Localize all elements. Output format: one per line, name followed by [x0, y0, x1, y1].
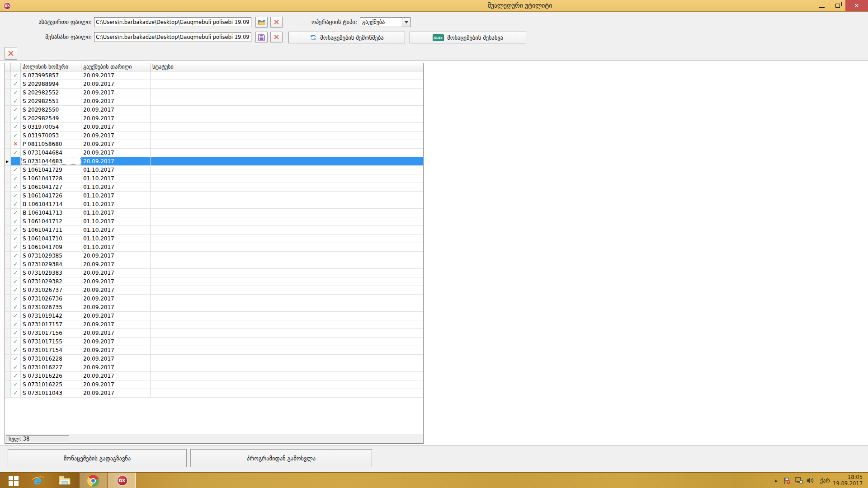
cancel-date-cell[interactable]: 20.09.2017: [81, 320, 151, 328]
table-row[interactable]: ✓ S 1061041709 01.10.2017: [5, 243, 423, 252]
table-row[interactable]: ✓ S 1061041729 01.10.2017: [5, 166, 423, 174]
status-cell[interactable]: [151, 226, 423, 234]
table-row[interactable]: ✓ S 202982549 20.09.2017: [5, 114, 423, 123]
network-icon[interactable]: [793, 473, 804, 488]
table-row[interactable]: ✓ S 0731016227 20.09.2017: [5, 363, 423, 372]
close-button[interactable]: ✕: [845, 0, 868, 11]
status-cell[interactable]: [151, 346, 423, 354]
status-cell[interactable]: [151, 71, 423, 80]
status-cell[interactable]: [151, 260, 423, 268]
status-cell[interactable]: [151, 269, 423, 277]
policy-number-cell[interactable]: S 0731016228: [21, 355, 81, 363]
status-cell[interactable]: [151, 252, 423, 260]
cancel-date-cell[interactable]: 20.09.2017: [81, 303, 151, 311]
status-cell[interactable]: [151, 286, 423, 294]
cancel-button[interactable]: ✕: [5, 47, 17, 60]
status-cell[interactable]: [151, 355, 423, 363]
policy-number-cell[interactable]: S 0731017155: [21, 338, 81, 346]
action-center-flag-icon[interactable]: [782, 473, 792, 488]
taskbar-item-chrome[interactable]: [80, 473, 107, 488]
table-row[interactable]: ✓ S 0731016228 20.09.2017: [5, 355, 423, 363]
cancel-date-cell[interactable]: 20.09.2017: [81, 80, 151, 88]
table-row[interactable]: ✓ B 1061041713 01.10.2017: [5, 209, 423, 217]
status-cell[interactable]: [151, 277, 423, 286]
policy-number-cell[interactable]: S 031970054: [21, 123, 81, 131]
cancel-date-cell[interactable]: 20.09.2017: [81, 277, 151, 286]
header-policy-number[interactable]: პოლისის ნომერი: [21, 63, 81, 71]
cancel-date-cell[interactable]: 20.09.2017: [81, 338, 151, 346]
status-cell[interactable]: [151, 140, 423, 148]
cancel-date-cell[interactable]: 20.09.2017: [81, 140, 151, 148]
cancel-date-cell[interactable]: 20.09.2017: [81, 131, 151, 140]
table-row[interactable]: ✓ S 0731026737 20.09.2017: [5, 286, 423, 295]
save-data-button[interactable]: XLSX მონაცემების შენახვა: [410, 32, 526, 43]
status-cell[interactable]: [151, 209, 423, 217]
cancel-date-cell[interactable]: 20.09.2017: [81, 312, 151, 320]
status-cell[interactable]: [151, 192, 423, 200]
taskbar-item-file-explorer[interactable]: [54, 473, 75, 488]
load-file-input[interactable]: [94, 17, 251, 27]
status-cell[interactable]: [151, 295, 423, 303]
cancel-date-cell[interactable]: 01.10.2017: [81, 166, 151, 174]
policy-number-cell[interactable]: P 0811058680: [21, 140, 81, 148]
send-data-button[interactable]: მონაცემების გადაგზავნა: [8, 449, 187, 467]
policy-number-cell[interactable]: S 0731019142: [21, 312, 81, 320]
policy-number-cell[interactable]: S 0731029385: [21, 252, 81, 260]
table-row[interactable]: ✓ S 202988994 20.09.2017: [5, 80, 423, 89]
policy-number-cell[interactable]: S 202988994: [21, 80, 81, 88]
cancel-date-cell[interactable]: 20.09.2017: [81, 123, 151, 131]
header-cancel-date[interactable]: გაუქმების თარიღი: [81, 63, 151, 71]
policy-number-cell[interactable]: S 0731017157: [21, 320, 81, 328]
clear-save-file-button[interactable]: ✕: [270, 32, 283, 42]
policy-number-cell[interactable]: S 1061041712: [21, 217, 81, 225]
policy-number-cell[interactable]: S 0731016226: [21, 372, 81, 380]
status-cell[interactable]: [151, 338, 423, 346]
policy-number-cell[interactable]: S 202982551: [21, 97, 81, 105]
status-cell[interactable]: [151, 149, 423, 157]
status-cell[interactable]: [151, 174, 423, 183]
table-row[interactable]: ✓ S 0731029382 20.09.2017: [5, 277, 423, 286]
table-row[interactable]: ✓ S 202982550 20.09.2017: [5, 106, 423, 114]
taskbar-clock[interactable]: 18:05 19.09.2017: [827, 474, 863, 487]
status-cell[interactable]: [151, 89, 423, 97]
cancel-date-cell[interactable]: 01.10.2017: [81, 174, 151, 183]
table-row[interactable]: ✓ S 0731017157 20.09.2017: [5, 320, 423, 329]
status-cell[interactable]: [151, 243, 423, 251]
policy-number-cell[interactable]: S 202982549: [21, 114, 81, 122]
save-file-button[interactable]: [255, 32, 268, 42]
policy-number-cell[interactable]: S 0731044684: [21, 149, 81, 157]
status-cell[interactable]: [151, 235, 423, 243]
cancel-date-cell[interactable]: 01.10.2017: [81, 235, 151, 243]
policy-number-cell[interactable]: S 1061041729: [21, 166, 81, 174]
status-cell[interactable]: [151, 166, 423, 174]
cancel-date-cell[interactable]: 01.10.2017: [81, 183, 151, 191]
status-cell[interactable]: [151, 97, 423, 105]
policy-number-cell[interactable]: B 1061041713: [21, 209, 81, 217]
cancel-date-cell[interactable]: 20.09.2017: [81, 106, 151, 114]
policy-number-cell[interactable]: S 202982552: [21, 89, 81, 97]
status-cell[interactable]: [151, 372, 423, 380]
cancel-date-cell[interactable]: 20.09.2017: [81, 157, 151, 165]
table-row[interactable]: ✓ S 0731017156 20.09.2017: [5, 329, 423, 338]
table-row[interactable]: ✓ S 0731026735 20.09.2017: [5, 303, 423, 312]
status-cell[interactable]: [151, 380, 423, 389]
status-cell[interactable]: [151, 303, 423, 311]
cancel-date-cell[interactable]: 20.09.2017: [81, 114, 151, 122]
cancel-date-cell[interactable]: 01.10.2017: [81, 209, 151, 217]
policy-number-cell[interactable]: S 0731026735: [21, 303, 81, 311]
cancel-date-cell[interactable]: 20.09.2017: [81, 149, 151, 157]
status-cell[interactable]: [151, 157, 423, 165]
policy-number-cell[interactable]: S 031970053: [21, 131, 81, 140]
cancel-date-cell[interactable]: 20.09.2017: [81, 252, 151, 260]
status-cell[interactable]: [151, 329, 423, 337]
table-row[interactable]: ✓ S 0731029385 20.09.2017: [5, 252, 423, 260]
table-row[interactable]: ✕ P 0811058680 20.09.2017: [5, 140, 423, 149]
cancel-date-cell[interactable]: 20.09.2017: [81, 346, 151, 354]
cancel-date-cell[interactable]: 01.10.2017: [81, 243, 151, 251]
table-row[interactable]: ✓ S 031970053 20.09.2017: [5, 131, 423, 140]
table-row[interactable]: ✓ S 0731016225 20.09.2017: [5, 380, 423, 389]
show-hidden-icons-button[interactable]: ▲: [771, 473, 780, 488]
cancel-date-cell[interactable]: 20.09.2017: [81, 329, 151, 337]
policy-number-cell[interactable]: S 0731029383: [21, 269, 81, 277]
policy-number-cell[interactable]: S 0731017154: [21, 346, 81, 354]
